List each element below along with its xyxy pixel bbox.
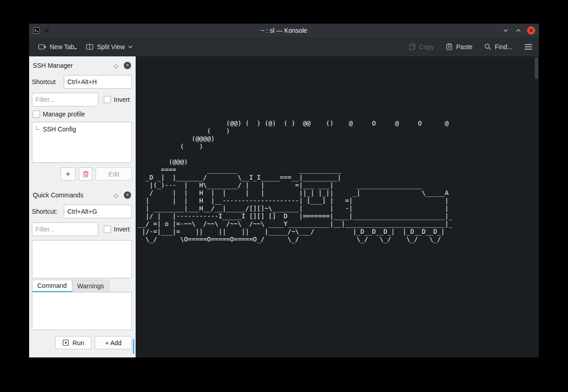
float-panel-icon[interactable]: ◇ bbox=[114, 62, 118, 69]
qc-filter-row: Invert bbox=[32, 222, 132, 236]
qc-filter-input[interactable] bbox=[32, 222, 98, 236]
close-panel-icon[interactable]: × bbox=[124, 62, 131, 69]
minimize-button[interactable] bbox=[502, 26, 510, 35]
trash-icon bbox=[82, 171, 89, 178]
hamburger-menu-button[interactable] bbox=[524, 44, 532, 50]
chevron-down-icon bbox=[128, 45, 133, 49]
window-controls bbox=[502, 24, 535, 37]
chevron-down-icon bbox=[502, 27, 509, 34]
qc-shortcut-row: Shortcut: bbox=[32, 205, 132, 218]
pin-icon[interactable] bbox=[44, 27, 50, 34]
run-button-label: Run bbox=[72, 339, 84, 347]
new-tab-label: New Tab bbox=[50, 43, 74, 50]
qc-shortcut-input[interactable] bbox=[64, 205, 132, 218]
copy-button[interactable]: Copy bbox=[409, 43, 434, 50]
konsole-app-icon bbox=[33, 27, 40, 34]
qc-invert-checkbox[interactable] bbox=[104, 226, 111, 233]
float-panel-icon[interactable]: ◇ bbox=[114, 192, 118, 199]
window-content: SSH Manager ◇ × Shortcut Invert bbox=[29, 56, 539, 357]
chevron-up-icon bbox=[515, 27, 522, 34]
paste-label: Paste bbox=[456, 43, 472, 50]
close-panel-icon[interactable]: × bbox=[124, 191, 131, 199]
manage-profile-label: Manage profile bbox=[43, 111, 85, 118]
add-command-button[interactable]: + Add bbox=[95, 336, 132, 349]
paste-icon bbox=[446, 43, 453, 50]
terminal-area[interactable]: (@@) ( ) (@) ( ) @@ () @ O @ O @ ( ) (@@… bbox=[136, 56, 539, 357]
split-view-label: Split View bbox=[97, 43, 125, 50]
menu-caret-icon bbox=[74, 48, 77, 51]
split-view-icon bbox=[86, 43, 94, 50]
manage-profile-checkbox[interactable] bbox=[33, 111, 40, 118]
ssh-buttons-row: + Edit bbox=[32, 167, 132, 181]
quick-commands-panel-header: Quick Commands ◇ × bbox=[33, 190, 131, 201]
titlebar-left-icons bbox=[33, 24, 50, 37]
tab-command[interactable]: Command bbox=[32, 280, 72, 292]
terminal-screen[interactable]: (@@) ( ) (@) ( ) @@ () @ O @ O @ ( ) (@@… bbox=[136, 56, 539, 243]
sidebar-scrollbar-thumb[interactable] bbox=[133, 339, 134, 354]
close-button[interactable] bbox=[527, 26, 535, 35]
konsole-window: ~ : sl — Konsole New Tab bbox=[29, 24, 539, 357]
delete-ssh-button[interactable] bbox=[79, 167, 92, 181]
quick-commands-list[interactable] bbox=[32, 240, 132, 278]
new-tab-button[interactable]: New Tab bbox=[38, 43, 74, 50]
new-tab-icon bbox=[38, 43, 46, 50]
manage-profile-row: Manage profile bbox=[33, 111, 132, 118]
ssh-config-item-label: SSH Config bbox=[43, 126, 76, 133]
run-button[interactable]: Run bbox=[55, 336, 91, 349]
qc-shortcut-label: Shortcut: bbox=[32, 208, 57, 215]
run-icon bbox=[62, 339, 69, 346]
window-title: ~ : sl — Konsole bbox=[29, 27, 539, 34]
ssh-config-list[interactable]: SSH Config bbox=[32, 122, 132, 163]
ssh-manager-panel-header: SSH Manager ◇ × bbox=[33, 60, 131, 71]
qc-command-editor[interactable] bbox=[32, 292, 132, 330]
qc-tab-bar: Command Warnings bbox=[32, 280, 132, 292]
find-label: Find... bbox=[495, 43, 512, 50]
paste-button[interactable]: Paste bbox=[446, 43, 472, 50]
ssh-manager-panel-title: SSH Manager bbox=[33, 62, 114, 69]
ssh-manager-panel: SSH Manager ◇ × Shortcut Invert bbox=[29, 56, 136, 181]
hamburger-menu-icon bbox=[524, 44, 532, 50]
search-icon bbox=[484, 43, 492, 50]
close-icon bbox=[529, 28, 533, 33]
tab-warnings[interactable]: Warnings bbox=[72, 280, 110, 292]
ssh-shortcut-row: Shortcut bbox=[32, 75, 132, 89]
list-item[interactable]: SSH Config bbox=[35, 126, 129, 133]
ssh-filter-input[interactable] bbox=[32, 93, 98, 106]
quick-commands-panel-title: Quick Commands bbox=[33, 191, 114, 199]
ssh-shortcut-input[interactable] bbox=[64, 75, 132, 89]
add-ssh-button[interactable]: + bbox=[61, 167, 76, 181]
ssh-invert-label: Invert bbox=[114, 96, 130, 103]
tree-branch-icon bbox=[36, 126, 40, 130]
qc-buttons-row: Run + Add bbox=[32, 336, 132, 349]
edit-ssh-button[interactable]: Edit bbox=[96, 167, 132, 181]
titlebar: ~ : sl — Konsole bbox=[29, 24, 539, 37]
quick-commands-panel: Quick Commands ◇ × Shortcut: Invert bbox=[29, 186, 136, 349]
qc-invert-label: Invert bbox=[114, 226, 130, 233]
ssh-shortcut-label: Shortcut bbox=[32, 78, 56, 85]
maximize-button[interactable] bbox=[514, 26, 522, 35]
find-button[interactable]: Find... bbox=[484, 43, 512, 50]
terminal-scrollbar-thumb[interactable] bbox=[535, 57, 538, 79]
split-view-button[interactable]: Split View bbox=[86, 43, 133, 50]
copy-icon bbox=[409, 43, 416, 50]
ssh-filter-row: Invert bbox=[32, 93, 132, 106]
sidebar: SSH Manager ◇ × Shortcut Invert bbox=[29, 56, 136, 357]
copy-label: Copy bbox=[419, 43, 434, 50]
terminal-scrollbar bbox=[535, 57, 538, 357]
ssh-invert-checkbox[interactable] bbox=[104, 96, 111, 103]
toolbar: New Tab Split View Copy Paste bbox=[29, 37, 539, 56]
